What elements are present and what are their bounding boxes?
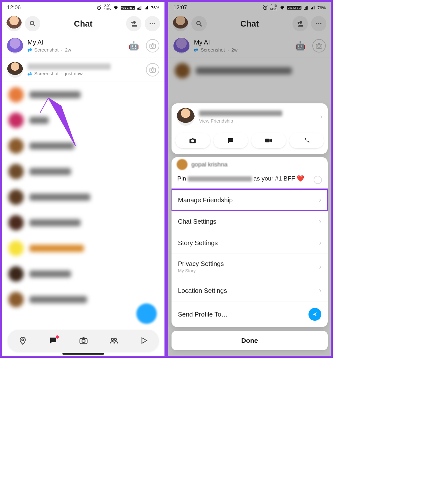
avatar-myai [7, 38, 23, 54]
pin-bff-row[interactable]: Pin as your #1 BFF ❤️ [172, 171, 328, 189]
more-button[interactable] [311, 16, 326, 31]
camera-button[interactable] [312, 39, 326, 52]
action-camera[interactable] [175, 133, 210, 148]
blurred-chat-row [2, 133, 164, 159]
view-friendship-label: View Friendship [199, 118, 316, 124]
time-text: 2w [231, 47, 237, 52]
chat-row-myai[interactable]: My AI ⇄ Screenshot · 2w 🤖 [168, 34, 331, 58]
svg-point-22 [318, 45, 320, 47]
home-indicator [62, 353, 104, 355]
action-video[interactable] [251, 133, 286, 148]
alarm-icon [96, 5, 102, 11]
svg-point-13 [111, 338, 114, 341]
send-profile-row[interactable]: Send Profile To… [172, 301, 328, 327]
profile-avatar[interactable] [173, 16, 188, 31]
nav-map-icon[interactable] [18, 336, 27, 345]
svg-point-14 [115, 338, 117, 341]
location-settings-row[interactable]: Location Settings › [172, 280, 328, 301]
time-text: just now [65, 71, 83, 76]
screenshot-right: 12:07 0.10KB/S Vo1 LTE 2 76% [166, 0, 333, 358]
blurred-context-row: gopal krishna [172, 157, 328, 171]
bottom-nav [8, 330, 159, 351]
svg-rect-25 [265, 139, 270, 142]
friend-name-blurred [199, 110, 282, 116]
page-title: Chat [74, 19, 92, 29]
camera-button[interactable] [146, 39, 159, 52]
screenshot-icon: ⇄ [28, 70, 32, 76]
manage-friendship-row[interactable]: Manage Friendship › [172, 189, 328, 211]
profile-avatar[interactable] [6, 16, 22, 31]
screenshot-icon: ⇄ [28, 47, 32, 53]
robot-icon: 🤖 [295, 41, 305, 51]
view-friendship-row[interactable]: View Friendship › [172, 103, 328, 130]
nav-chat-icon[interactable] [49, 336, 58, 345]
svg-point-5 [154, 23, 155, 24]
pin-radio[interactable] [314, 176, 322, 184]
status-text: Screenshot [34, 71, 59, 76]
add-friend-button[interactable] [292, 16, 308, 31]
chat-name: My AI [194, 39, 291, 46]
wifi-icon [279, 5, 285, 11]
chevron-right-icon: › [319, 196, 321, 204]
chat-header: Chat [2, 13, 164, 34]
svg-point-17 [300, 21, 302, 24]
blurred-chat-row [2, 82, 164, 108]
screenshot-left: 12:06 2.00KB/S Vo1 LTE 2 76% [0, 0, 166, 358]
search-button[interactable] [25, 16, 40, 31]
signal-icon-1 [137, 5, 142, 10]
clock: 12:06 [7, 4, 21, 11]
clock: 12:07 [173, 4, 187, 11]
privacy-settings-row[interactable]: Privacy Settings My Story › [172, 253, 328, 280]
chat-row-myai[interactable]: My AI ⇄ Screenshot · 2w 🤖 [2, 34, 164, 58]
new-chat-fab[interactable] [136, 303, 157, 324]
chat-name-blurred [28, 63, 111, 70]
wifi-icon [113, 5, 119, 11]
action-call[interactable] [289, 133, 324, 148]
svg-point-15 [264, 6, 267, 10]
svg-point-4 [152, 23, 153, 24]
story-settings-row[interactable]: Story Settings › [172, 232, 328, 253]
chevron-right-icon: › [320, 113, 323, 121]
more-button[interactable] [145, 16, 160, 31]
battery-text: 76% [151, 5, 159, 10]
blurred-chat-row [2, 159, 164, 184]
svg-point-24 [191, 140, 194, 142]
blurred-chat-row [2, 184, 164, 210]
status-bar: 12:06 2.00KB/S Vo1 LTE 2 76% [2, 2, 164, 13]
camera-button[interactable] [146, 63, 159, 76]
chat-settings-row[interactable]: Chat Settings › [172, 211, 328, 232]
avatar-myai [173, 38, 189, 54]
lte-badge: Vo1 LTE 2 [287, 6, 301, 10]
svg-point-18 [316, 23, 317, 24]
chat-row-friend[interactable]: ⇄ Screenshot · just now [2, 58, 164, 82]
signal-icon-1 [303, 5, 308, 10]
svg-point-20 [320, 23, 321, 24]
svg-point-2 [133, 21, 136, 24]
svg-point-16 [197, 21, 200, 25]
screenshot-icon: ⇄ [194, 47, 198, 53]
blurred-chat-row [2, 210, 164, 236]
chevron-right-icon: › [319, 263, 321, 271]
search-button[interactable] [191, 16, 207, 31]
signal-icon-2 [310, 5, 316, 10]
chat-header: Chat [168, 13, 331, 34]
svg-point-12 [82, 339, 85, 342]
blurred-chat-row [2, 108, 164, 133]
chat-name: My AI [28, 39, 124, 46]
nav-play-icon[interactable] [140, 336, 148, 345]
svg-point-10 [22, 339, 24, 341]
chevron-right-icon: › [319, 286, 321, 295]
blurred-chat-row [2, 261, 164, 287]
nav-camera-icon[interactable] [79, 336, 88, 345]
done-button[interactable]: Done [172, 331, 328, 350]
add-friend-button[interactable] [126, 16, 141, 31]
action-chat[interactable] [213, 133, 248, 148]
svg-point-3 [150, 23, 151, 24]
battery-text: 76% [317, 5, 326, 10]
network-speed: 2.00KB/S [104, 4, 111, 11]
pin-name-blurred [188, 176, 252, 181]
svg-point-19 [318, 23, 319, 24]
nav-friends-icon[interactable] [109, 336, 118, 345]
send-icon[interactable] [308, 308, 321, 321]
chevron-right-icon: › [319, 239, 321, 247]
